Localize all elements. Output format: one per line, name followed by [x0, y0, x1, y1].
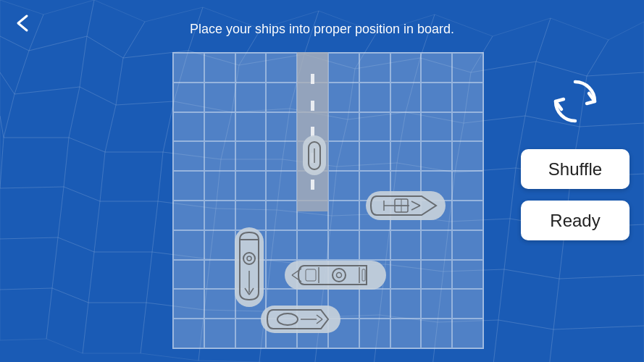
grid-cell[interactable]: [359, 289, 390, 319]
grid-cell[interactable]: [235, 171, 267, 201]
grid-cell[interactable]: [173, 289, 204, 319]
grid-cell[interactable]: [235, 112, 267, 142]
grid-cell[interactable]: [452, 171, 483, 201]
grid-cell[interactable]: [421, 53, 452, 83]
grid-cell[interactable]: [204, 53, 235, 83]
ship-3cell-arrow[interactable]: [285, 261, 386, 290]
grid-cell[interactable]: [359, 230, 390, 260]
grid-cell[interactable]: [266, 230, 297, 260]
grid-cell[interactable]: [173, 260, 204, 290]
grid-cell[interactable]: [359, 141, 390, 171]
grid-cell[interactable]: [235, 141, 267, 171]
road-dash: [311, 74, 314, 84]
grid-cell[interactable]: [452, 201, 483, 230]
instructions-text: Place your ships into proper position in…: [0, 22, 644, 37]
ship-2cell-arrow[interactable]: [366, 191, 446, 220]
grid-cell[interactable]: [266, 141, 297, 171]
grid-cell[interactable]: [204, 171, 235, 201]
grid-cell[interactable]: [297, 230, 328, 260]
grid-cell[interactable]: [390, 53, 422, 83]
grid-cell[interactable]: [390, 141, 422, 171]
grid-cell[interactable]: [328, 83, 359, 112]
grid-cell[interactable]: [204, 260, 235, 290]
game-board[interactable]: [172, 52, 484, 349]
grid-cell[interactable]: [390, 319, 422, 348]
shuffle-button[interactable]: Shuffle: [521, 149, 630, 189]
grid-cell[interactable]: [235, 201, 267, 230]
grid-cell[interactable]: [390, 112, 422, 142]
grid-cell[interactable]: [452, 289, 483, 319]
grid-cell[interactable]: [452, 230, 483, 260]
grid-cell[interactable]: [266, 201, 297, 230]
grid-cell[interactable]: [173, 171, 204, 201]
grid-cell[interactable]: [266, 83, 297, 112]
grid-cell[interactable]: [204, 201, 235, 230]
grid-cell[interactable]: [173, 141, 204, 171]
grid-cell[interactable]: [390, 230, 422, 260]
ship-1cell[interactable]: [303, 135, 326, 175]
controls-panel: Shuffle Ready: [521, 72, 630, 240]
grid-cell[interactable]: [452, 260, 483, 290]
grid-cell[interactable]: [204, 319, 235, 348]
grid-cell[interactable]: [173, 319, 204, 348]
grid-cell[interactable]: [452, 319, 483, 348]
grid-cell[interactable]: [390, 260, 422, 290]
road-dash: [311, 180, 314, 190]
grid-cell[interactable]: [390, 83, 422, 112]
grid-cell[interactable]: [204, 230, 235, 260]
grid-cell[interactable]: [452, 112, 483, 142]
grid-cell[interactable]: [204, 141, 235, 171]
grid-cell[interactable]: [359, 112, 390, 142]
grid-cell[interactable]: [173, 230, 204, 260]
ready-button[interactable]: Ready: [521, 201, 630, 240]
grid-cell[interactable]: [328, 230, 359, 260]
grid-cell[interactable]: [328, 112, 359, 142]
ship-2cell-bottom[interactable]: [261, 306, 340, 333]
grid-cell[interactable]: [359, 53, 390, 83]
grid-cell[interactable]: [204, 83, 235, 112]
grid-cell[interactable]: [452, 141, 483, 171]
grid-cell[interactable]: [173, 201, 204, 230]
ship-2cell-vertical[interactable]: [235, 227, 264, 307]
grid-cell[interactable]: [266, 112, 297, 142]
grid-cell[interactable]: [421, 83, 452, 112]
grid-cell[interactable]: [328, 141, 359, 171]
grid-cell[interactable]: [452, 83, 483, 112]
grid-cell[interactable]: [328, 53, 359, 83]
grid-cell[interactable]: [421, 319, 452, 348]
grid-cell[interactable]: [452, 53, 483, 83]
grid-cell[interactable]: [204, 289, 235, 319]
road-dash: [311, 101, 314, 111]
grid-cell[interactable]: [235, 53, 267, 83]
grid-cell[interactable]: [235, 83, 267, 112]
grid-cell[interactable]: [173, 53, 204, 83]
grid-cell[interactable]: [359, 319, 390, 348]
grid-cell[interactable]: [421, 112, 452, 142]
grid-cell[interactable]: [328, 201, 359, 230]
road-lane-vertical: [297, 52, 328, 211]
grid-cell[interactable]: [421, 289, 452, 319]
grid-cell[interactable]: [421, 230, 452, 260]
grid-cell[interactable]: [173, 112, 204, 142]
grid-cell[interactable]: [266, 171, 297, 201]
grid-cell[interactable]: [204, 112, 235, 142]
grid-cell[interactable]: [421, 260, 452, 290]
grid-cell[interactable]: [173, 83, 204, 112]
grid-cell[interactable]: [390, 289, 422, 319]
grid-cell[interactable]: [266, 53, 297, 83]
rotate-button[interactable]: [546, 72, 604, 130]
grid-cell[interactable]: [359, 83, 390, 112]
grid-cell[interactable]: [328, 171, 359, 201]
grid-cell[interactable]: [421, 141, 452, 171]
main-content: Place your ships into proper position in…: [0, 0, 644, 362]
